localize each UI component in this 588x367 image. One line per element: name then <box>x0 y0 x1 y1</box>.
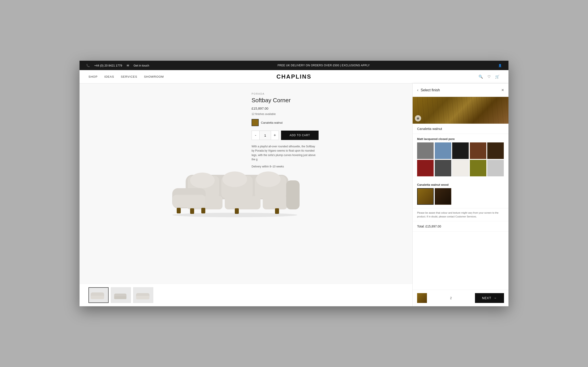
wood-grain-texture <box>413 97 509 124</box>
total-label: Total: <box>417 225 425 228</box>
quantity-increase[interactable]: + <box>271 131 279 140</box>
svg-point-17 <box>256 171 281 187</box>
main-content: PORADA Softbay Corner £15,897.00 12 fini… <box>79 83 509 306</box>
product-info: PORADA Softbay Corner £15,897.00 12 fini… <box>252 92 319 168</box>
search-icon[interactable]: 🔍 <box>478 75 483 79</box>
phone-number[interactable]: +44 (0) 20 8421 1779 <box>94 64 122 67</box>
panel-footer: 2 Next → <box>413 290 509 306</box>
top-bar-left: 📞 +44 (0) 20 8421 1779 ✉ Get in touch <box>86 64 149 67</box>
top-bar-right: 👤 <box>498 64 502 67</box>
next-label: Next <box>482 296 491 300</box>
swatch-white[interactable] <box>452 160 469 176</box>
thumbnail-2[interactable] <box>111 287 131 303</box>
contact-link[interactable]: Get in touch <box>134 64 149 67</box>
walnut-wood-image: ⊕ <box>413 97 509 124</box>
next-arrow-icon: → <box>494 296 497 300</box>
swatch-red[interactable] <box>417 160 434 176</box>
finish-panel: ‹ Select finish × ⊕ Canaletta walnut Mat… <box>412 83 509 306</box>
close-button[interactable]: × <box>501 88 504 93</box>
nav-right: 🔍 ♡ 🛒 <box>478 75 500 79</box>
swatch-black[interactable] <box>452 142 469 159</box>
selected-swatch-footer <box>417 293 427 303</box>
swatch-brown[interactable] <box>470 142 486 159</box>
finish-panel-header: ‹ Select finish × <box>413 83 509 97</box>
top-bar: 📞 +44 (0) 20 8421 1779 ✉ Get in touch FR… <box>79 61 509 70</box>
product-brand: PORADA <box>252 92 319 95</box>
svg-rect-24 <box>136 296 149 299</box>
nav-services[interactable]: SERVICES <box>121 75 137 78</box>
svg-rect-13 <box>177 208 181 213</box>
swatch-darkgray[interactable] <box>435 160 451 176</box>
finishes-count: 12 finishes available <box>252 113 319 116</box>
finish-category-2: Canaletta walnut wood <box>413 180 509 188</box>
svg-rect-22 <box>114 296 127 299</box>
add-to-cart-button[interactable]: ADD TO CART <box>281 131 319 140</box>
finish-panel-title-text: Select finish <box>421 88 440 92</box>
email-icon: ✉ <box>127 64 129 67</box>
nav-shop[interactable]: SHOP <box>88 75 98 78</box>
nav-left: SHOP IDEAS SERVICES SHOWROOM <box>88 75 164 78</box>
next-button[interactable]: Next → <box>475 293 504 303</box>
svg-rect-7 <box>263 196 287 209</box>
svg-rect-12 <box>275 208 279 214</box>
product-image-area: PORADA Softbay Corner £15,897.00 12 fini… <box>79 83 412 284</box>
phone-icon: 📞 <box>86 64 90 67</box>
product-title: Softbay Corner <box>252 97 319 104</box>
quantity-value: 1 <box>260 131 271 140</box>
swatch-olive[interactable] <box>470 160 486 176</box>
quantity-row: - 1 + ADD TO CART <box>252 131 319 140</box>
finish-swatch-preview[interactable] <box>252 119 259 126</box>
cart-icon[interactable]: 🛒 <box>495 75 500 79</box>
promo-banner: FREE UK DELIVERY ON ORDERS OVER £500 | E… <box>278 64 370 67</box>
svg-point-16 <box>222 171 247 187</box>
step-indicator: 2 <box>450 296 452 300</box>
disclaimer-text: Please be aware that colour and texture … <box>413 208 509 221</box>
finish-panel-title-group: ‹ Select finish <box>417 88 440 92</box>
total-row: Total: £15,897.00 <box>413 221 509 232</box>
wishlist-icon[interactable]: ♡ <box>487 75 491 79</box>
finish-label: Canaletta walnut <box>261 121 283 124</box>
product-description: With a playful all-over rounded silhouet… <box>252 144 319 162</box>
svg-rect-8 <box>173 195 205 207</box>
thumbnail-3[interactable] <box>133 287 153 303</box>
svg-point-15 <box>190 173 215 188</box>
svg-rect-20 <box>91 296 104 299</box>
swatch-blue[interactable] <box>435 142 451 159</box>
swatches-grid-1 <box>413 142 509 180</box>
finish-category-1: Matt lacquered closed pore <box>413 134 509 142</box>
total-price: £15,897.00 <box>425 225 441 228</box>
svg-rect-14 <box>201 208 205 213</box>
swatch-lightgray[interactable] <box>487 160 504 176</box>
delivery-info: Delivery within 8–10 weeks <box>252 165 319 168</box>
swatch-gray[interactable] <box>417 142 434 159</box>
svg-rect-6 <box>225 196 261 209</box>
product-price: £15,897.00 <box>252 107 319 110</box>
brand-logo[interactable]: CHAPLINS <box>277 73 312 80</box>
account-icon[interactable]: 👤 <box>498 64 502 67</box>
main-nav: SHOP IDEAS SERVICES SHOWROOM CHAPLINS 🔍 … <box>79 70 509 83</box>
nav-ideas[interactable]: IDEAS <box>104 75 114 78</box>
finish-selector[interactable]: Canaletta walnut <box>252 119 319 126</box>
svg-rect-10 <box>190 208 194 214</box>
svg-point-18 <box>172 213 297 217</box>
product-area: PORADA Softbay Corner £15,897.00 12 fini… <box>79 83 412 306</box>
quantity-decrease[interactable]: - <box>252 131 260 140</box>
swatch-darkwalnut[interactable] <box>435 188 451 205</box>
thumbnails-strip <box>79 284 412 306</box>
swatches-grid-2 <box>413 188 509 208</box>
browser-window: 📞 +44 (0) 20 8421 1779 ✉ Get in touch FR… <box>79 61 509 306</box>
swatch-darkbrown[interactable] <box>487 142 504 159</box>
swatch-walnut[interactable] <box>417 188 434 205</box>
svg-rect-9 <box>286 180 299 209</box>
thumbnail-1[interactable] <box>88 287 109 303</box>
zoom-icon[interactable]: ⊕ <box>415 115 421 121</box>
back-button[interactable]: ‹ <box>417 88 418 92</box>
nav-showroom[interactable]: SHOWROOM <box>144 75 164 78</box>
selected-finish-name: Canaletta walnut <box>413 124 509 134</box>
